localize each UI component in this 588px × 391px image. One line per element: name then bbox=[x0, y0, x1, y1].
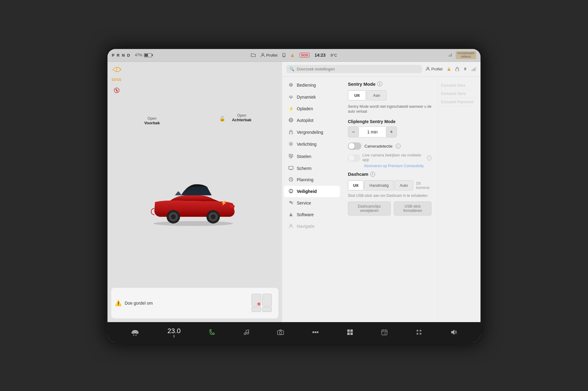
bluetooth-header-btn[interactable] bbox=[463, 67, 467, 71]
nav-item-autopilot[interactable]: Autopilot bbox=[284, 115, 340, 126]
folder-icon-btn[interactable] bbox=[251, 53, 256, 57]
sentry-mode-title: Sentry Mode i bbox=[348, 81, 432, 87]
mobile-icon[interactable] bbox=[282, 53, 285, 57]
left-icons: EDGE bbox=[107, 62, 282, 98]
bottom-bar: 23.0 bbox=[107, 322, 481, 342]
nav-item-scherm[interactable]: Scherm bbox=[284, 163, 340, 174]
nav-label-dynamiek: Dynamiek bbox=[297, 95, 316, 100]
camera-icon-bottom[interactable] bbox=[277, 329, 284, 335]
stepper-decrease-btn[interactable]: − bbox=[348, 126, 359, 137]
clip-length-title: Cliplengte Sentry Mode bbox=[348, 119, 432, 124]
nav-item-service[interactable]: Service bbox=[284, 197, 340, 209]
nav-item-verlichting[interactable]: Verlichting bbox=[284, 138, 340, 150]
grid-icon-bottom[interactable] bbox=[347, 329, 353, 335]
music-icon-bottom[interactable] bbox=[243, 329, 249, 335]
nav-item-stoelen[interactable]: Stoelen bbox=[284, 151, 340, 163]
live-camera-info-icon[interactable]: i bbox=[427, 156, 432, 160]
nav-item-vergrendeling[interactable]: Vergrendeling bbox=[284, 127, 340, 138]
nav-item-dynamiek[interactable]: Dynamiek bbox=[284, 92, 340, 103]
svg-rect-34 bbox=[474, 68, 475, 71]
svg-point-37 bbox=[290, 84, 292, 85]
nav-label-opladen: Opladen bbox=[297, 106, 313, 111]
vergrendeling-icon bbox=[288, 130, 294, 135]
sentry-on-btn[interactable]: Aan bbox=[367, 90, 386, 100]
software-icon bbox=[288, 212, 294, 217]
content-area: Sentry Mode i Uit Aan Sentry Mode wordt … bbox=[342, 77, 438, 322]
svg-point-19 bbox=[171, 214, 176, 219]
live-camera-toggle[interactable] bbox=[348, 154, 360, 162]
faded-panel: Excluded Sites Excluded Store Excluded P… bbox=[438, 77, 481, 322]
sentry-off-btn[interactable]: Uit bbox=[348, 90, 366, 100]
profile-btn[interactable]: Profiel bbox=[261, 53, 277, 58]
camera-detection-row: Cameradetectie i bbox=[348, 142, 432, 150]
svg-point-89 bbox=[417, 333, 418, 335]
nav-item-bediening[interactable]: Bediening bbox=[284, 79, 340, 91]
stepper-increase-btn[interactable]: + bbox=[386, 126, 397, 137]
left-panel: EDGE Open Voorbak bbox=[107, 62, 282, 322]
signal-header-btn[interactable] bbox=[471, 67, 476, 71]
dashcam-manual-btn[interactable]: Handmatig bbox=[364, 180, 394, 190]
faded-option-2: Excluded Store bbox=[441, 90, 477, 98]
car-dots bbox=[133, 335, 137, 336]
dashcam-section: Dashcam i Uit Handmatig Auto Dit kamerat… bbox=[348, 171, 432, 216]
nav-item-opladen[interactable]: ⚡ Opladen bbox=[284, 103, 340, 114]
top-bar-center: Profiel SOS 14:23 9°C bbox=[251, 53, 337, 58]
format-usb-btn[interactable]: USB-stick formatteren bbox=[394, 201, 432, 216]
svg-rect-31 bbox=[456, 69, 459, 71]
dots-icon-bottom[interactable] bbox=[312, 331, 319, 333]
nav-item-planning[interactable]: Planning bbox=[284, 174, 340, 186]
svg-line-52 bbox=[292, 145, 293, 145]
dashcam-info-icon[interactable]: i bbox=[370, 172, 375, 177]
svg-point-74 bbox=[279, 332, 282, 334]
search-input[interactable] bbox=[297, 67, 419, 71]
sentry-info-icon[interactable]: i bbox=[377, 81, 382, 86]
nav-item-veiligheid[interactable]: Veiligheid bbox=[284, 186, 340, 197]
svg-point-30 bbox=[427, 67, 429, 69]
svg-rect-25 bbox=[262, 294, 272, 306]
headlight-icon[interactable] bbox=[112, 66, 122, 73]
svg-line-59 bbox=[291, 179, 292, 180]
dashcam-off-btn[interactable]: Uit bbox=[348, 180, 364, 190]
volume-icon-bottom[interactable] bbox=[450, 329, 457, 335]
profile-header-btn[interactable]: Profiel bbox=[426, 67, 443, 71]
lock-header-btn[interactable] bbox=[455, 67, 459, 71]
svg-point-22 bbox=[211, 214, 216, 219]
right-panel: 🔍 Profiel bbox=[282, 62, 481, 322]
nav-label-vergrendeling: Vergrendeling bbox=[297, 130, 323, 135]
seatbelt-icon[interactable] bbox=[112, 86, 122, 94]
svg-point-40 bbox=[290, 119, 292, 121]
stepper-value: 1 min bbox=[359, 126, 386, 137]
calendar-icon-bottom[interactable]: 15 bbox=[381, 329, 387, 335]
search-bar[interactable]: 🔍 bbox=[286, 65, 422, 73]
dashcam-status: Dit kamerat bbox=[416, 181, 432, 190]
camera-info-icon[interactable]: i bbox=[396, 144, 401, 149]
nav-item-navigatie[interactable]: Navigatie bbox=[284, 221, 340, 232]
battery-icon bbox=[144, 53, 152, 57]
premium-connectivity-link[interactable]: Abonneren op Premium Connectivity bbox=[364, 164, 424, 168]
nav-item-software[interactable]: Software bbox=[284, 209, 340, 220]
camera-detection-toggle[interactable] bbox=[348, 142, 361, 150]
svg-point-38 bbox=[290, 97, 292, 98]
svg-point-90 bbox=[420, 333, 421, 335]
service-icon bbox=[288, 201, 294, 206]
car-icon-bottom[interactable] bbox=[131, 329, 139, 336]
phone-icon-bottom[interactable] bbox=[209, 329, 215, 335]
svg-rect-78 bbox=[347, 329, 350, 332]
time-display: 14:23 bbox=[315, 53, 326, 58]
sos-btn[interactable]: SOS bbox=[300, 53, 310, 58]
veiligheid-icon bbox=[288, 189, 294, 194]
dashcam-auto-btn[interactable]: Auto bbox=[394, 180, 413, 190]
edge-icon[interactable]: EDGE bbox=[112, 76, 122, 84]
settings-header: 🔍 Profiel bbox=[282, 62, 481, 77]
dynamiek-icon bbox=[288, 95, 294, 100]
dashcam-toggle-row: Uit Handmatig Auto Dit kamerat bbox=[348, 180, 432, 190]
download-icon[interactable] bbox=[290, 53, 295, 57]
remove-clips-btn[interactable]: Dashcamclips verwijderen bbox=[348, 201, 391, 216]
voorbak-label: Open Voorbak bbox=[144, 116, 160, 125]
download-header-btn[interactable] bbox=[447, 67, 451, 71]
faded-option-1: Excluded Sites bbox=[441, 81, 477, 90]
opladen-icon: ⚡ bbox=[288, 106, 294, 111]
svg-point-39 bbox=[289, 118, 293, 122]
achterbak-label: Open Achterbak bbox=[232, 113, 251, 122]
apps-icon-bottom[interactable] bbox=[416, 329, 422, 336]
